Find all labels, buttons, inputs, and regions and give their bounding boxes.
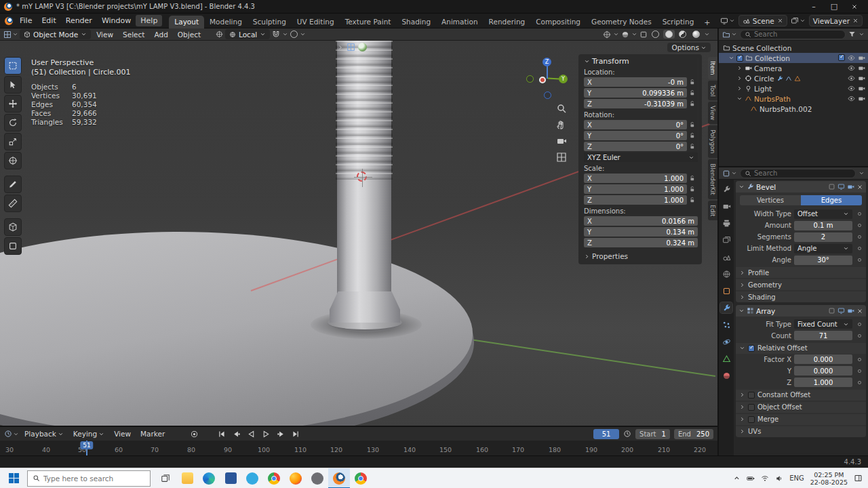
scale-x-field[interactable]: X1.000 [584, 174, 687, 183]
render-camera-icon[interactable] [858, 85, 865, 92]
sidebar-tab-item[interactable]: Item [708, 57, 717, 79]
eye-icon[interactable] [848, 95, 855, 102]
gizmo-neg-z-axis[interactable] [544, 92, 551, 99]
geometry-subpanel[interactable]: Geometry [736, 279, 866, 290]
gimp-icon[interactable] [307, 468, 328, 488]
viewlayer-selector[interactable]: ViewLayer [809, 15, 863, 26]
tab-world[interactable] [720, 268, 732, 279]
render-camera-icon[interactable] [858, 95, 865, 102]
scale-z-field[interactable]: Z1.000 [584, 195, 687, 205]
rotation-z-field[interactable]: Z0° [584, 142, 687, 151]
collapse-transform-icon[interactable] [584, 58, 590, 64]
animate-dot[interactable] [858, 334, 861, 338]
animate-dot[interactable] [858, 358, 861, 361]
rotate-tool[interactable] [4, 114, 22, 131]
workspace-tab-compositing[interactable]: Compositing [530, 16, 586, 28]
object-offset-subpanel[interactable]: Object Offset [736, 402, 866, 413]
menu-help[interactable]: Help [136, 15, 162, 26]
language-indicator[interactable]: ENG [789, 474, 804, 482]
select-box-tool[interactable] [4, 57, 22, 75]
xray-toggle-icon[interactable] [639, 30, 648, 39]
measure-tool[interactable] [4, 195, 22, 212]
gizmo-x-axis[interactable] [539, 77, 546, 83]
rotation-mode-dropdown[interactable]: XYZ Euler [584, 152, 698, 162]
show-gizmo-icon[interactable] [603, 30, 611, 39]
outliner-editor-type-button[interactable] [722, 30, 737, 39]
object-offset-checkbox[interactable] [748, 404, 755, 411]
next-keyframe-button[interactable] [275, 429, 287, 439]
taskbar-clock[interactable]: 02:25 PM 22-08-2025 [810, 471, 848, 486]
array-panel-header[interactable]: Array [736, 305, 866, 317]
auto-keying-button[interactable] [188, 429, 200, 439]
timeline-editor-type-button[interactable] [4, 430, 19, 438]
segments-field[interactable]: 2 [794, 232, 852, 242]
render-camera-icon[interactable] [858, 75, 865, 82]
outliner-row-circle[interactable]: Circle [719, 73, 868, 83]
count-field[interactable]: 71 [794, 331, 852, 340]
options-chevron-icon[interactable] [859, 170, 865, 176]
workspace-tab-layout[interactable]: Layout [169, 16, 204, 28]
outliner-row-collection[interactable]: Collection [719, 53, 868, 63]
lock-icon[interactable] [689, 100, 698, 107]
workspace-tab-geometry-nodes[interactable]: Geometry Nodes [586, 16, 657, 28]
lock-icon[interactable] [689, 186, 698, 192]
skype-icon[interactable] [241, 468, 263, 488]
battery-icon[interactable] [747, 474, 755, 483]
lock-icon[interactable] [689, 121, 698, 128]
gizmo-chevron-icon[interactable] [613, 31, 619, 37]
location-y-field[interactable]: Y0.099336 m [584, 88, 687, 98]
overlays-chevron-icon[interactable] [631, 31, 637, 37]
frame-start-field[interactable]: Start1 [635, 429, 670, 439]
task-view-button[interactable] [155, 468, 176, 488]
workspace-tab-rendering[interactable]: Rendering [484, 16, 531, 28]
angle-field[interactable]: 30° [794, 256, 852, 265]
expand-panel-icon[interactable] [337, 44, 344, 51]
unlink-scene-icon[interactable] [777, 18, 783, 24]
matcap-sphere-icon[interactable] [358, 43, 367, 52]
chevron-down-icon[interactable] [738, 184, 745, 190]
render-toggle-icon[interactable] [847, 183, 854, 190]
factor-y-field[interactable]: 0.000 [794, 366, 852, 375]
lock-icon[interactable] [689, 175, 698, 182]
bevel-panel-header[interactable]: Bevel [736, 181, 866, 192]
animate-dot[interactable] [858, 224, 861, 227]
taskbar-search[interactable] [27, 470, 151, 487]
tab-scene[interactable] [720, 251, 732, 262]
affect-edges-button[interactable]: Edges [801, 195, 862, 205]
shading-wireframe-button[interactable] [650, 30, 661, 39]
width-type-dropdown[interactable]: Offset [794, 209, 852, 219]
menu-window[interactable]: Window [97, 15, 136, 26]
render-camera-icon[interactable] [858, 54, 865, 62]
filter-funnel-icon[interactable] [848, 30, 856, 38]
shading-material-button[interactable] [677, 30, 688, 39]
chrome-icon-2[interactable] [350, 468, 372, 488]
merge-subpanel[interactable]: Merge [736, 414, 866, 425]
stopwatch-icon[interactable] [623, 430, 631, 438]
wifi-icon[interactable] [761, 474, 769, 483]
play-reverse-button[interactable] [245, 429, 257, 439]
sidebar-tab-tool[interactable]: Tool [708, 81, 717, 100]
3d-viewport[interactable]: Options [0, 41, 717, 426]
chevron-right-icon[interactable] [736, 65, 743, 71]
animate-dot[interactable] [858, 381, 861, 384]
remove-viewlayer-icon[interactable] [852, 18, 859, 24]
lock-icon[interactable] [689, 143, 698, 150]
chevron-down-icon[interactable] [738, 308, 745, 314]
clipboard-icon[interactable] [347, 43, 355, 52]
workspace-tab-uv-editing[interactable]: UV Editing [292, 16, 340, 28]
gizmo-z-axis[interactable]: Z [542, 58, 551, 66]
shading-solid-button[interactable] [663, 30, 675, 39]
notification-center-icon[interactable] [854, 474, 863, 483]
add-primitive-tool[interactable] [4, 237, 22, 255]
constant-offset-subpanel[interactable]: Constant Offset [736, 390, 866, 401]
current-frame-field[interactable]: 51 [593, 429, 619, 439]
scale-y-field[interactable]: Y1.000 [584, 184, 687, 194]
file-explorer-icon[interactable] [176, 468, 198, 488]
factor-z-field[interactable]: 1.000 [794, 378, 852, 387]
dimensions-y-field[interactable]: Y0.134 m [584, 227, 698, 237]
outliner-row-scene-collection[interactable]: Scene Collection [719, 43, 868, 53]
animate-dot[interactable] [858, 247, 861, 250]
blender-taskbar-icon[interactable] [328, 468, 350, 488]
outliner-row-nurbspath[interactable]: NurbsPath [719, 94, 868, 104]
tab-physics[interactable] [720, 336, 732, 347]
